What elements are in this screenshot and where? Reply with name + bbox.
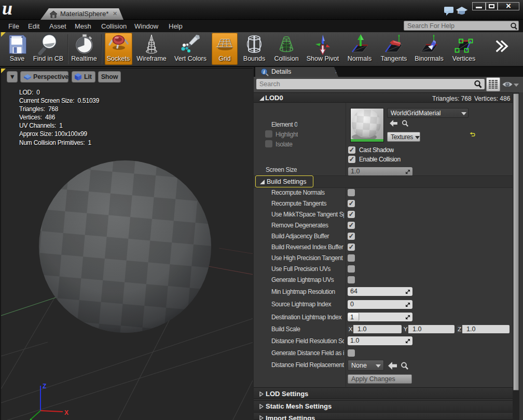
svg-text:i: i xyxy=(264,69,265,75)
svg-text:Z: Z xyxy=(43,383,46,390)
svg-text:X: X xyxy=(64,409,68,416)
